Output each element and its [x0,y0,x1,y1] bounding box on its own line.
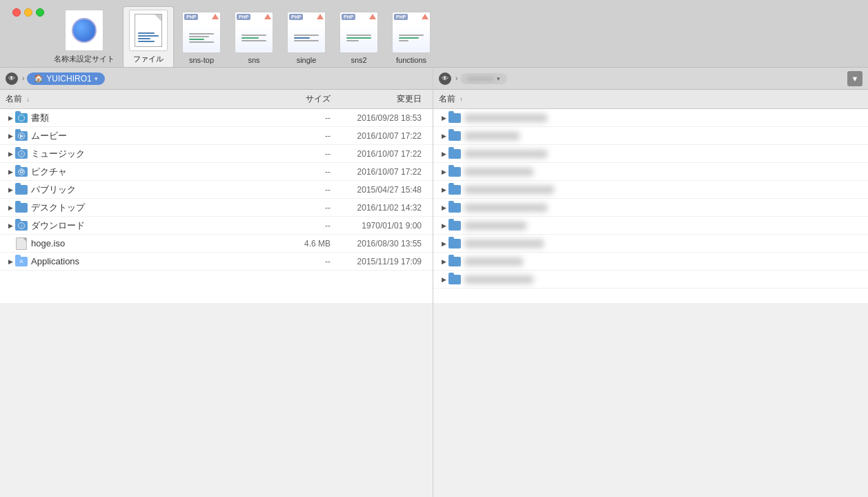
expand-arrow[interactable]: ▶ [439,221,448,231]
right-col-name-label: 名前 [439,94,455,104]
file-date: 2015/04/27 15:48 [331,185,427,195]
right-file-row[interactable]: ▶ [433,163,868,181]
blurred-filename [464,186,554,194]
right-breadcrumb-pill[interactable]: •••••••••• ▾ [460,73,507,84]
file-name: ピクチャ [31,166,275,178]
right-file-row[interactable]: ▶ [433,109,868,127]
file-row[interactable]: ▶ ♪ ミュージック -- 2016/10/07 17:22 [0,145,433,163]
tab-thumbnail-sns: PHP [235,12,273,53]
col-header-date[interactable]: 変更日 [331,93,427,105]
right-file-row[interactable]: ▶ [433,271,868,289]
file-size: -- [275,167,331,177]
right-file-row[interactable]: ▶ [433,127,868,145]
folder-icon [448,130,461,142]
maximize-button[interactable] [36,8,44,17]
file-size: -- [275,257,331,266]
expand-arrow[interactable]: ▶ [439,131,448,141]
right-file-row[interactable]: ▶ [433,199,868,217]
expand-arrow[interactable]: ▶ [6,185,15,195]
tab-bar: 名称未設定サイト ファイル PHP [0,0,868,68]
breadcrumb-section: › 🏠 YUICHIRO1 ▾ [22,72,427,85]
expand-arrow[interactable]: ▶ [6,131,15,141]
expand-arrow[interactable]: ▶ [439,275,448,284]
tab-label-sns2: sns2 [351,56,366,64]
blurred-filename [464,114,547,122]
right-file-row[interactable]: ▶ [433,217,868,235]
tab-label-sns-top: sns-top [189,56,214,64]
close-button[interactable] [12,8,21,17]
col-header-size[interactable]: サイズ [275,93,331,105]
file-row[interactable]: ▶ デスクトップ -- 2016/11/02 14:32 [0,199,433,217]
file-date: 1970/01/01 9:00 [331,221,427,231]
file-row[interactable]: ▶ ✿ ピクチャ -- 2016/10/07 17:22 [0,163,433,181]
tab-sns[interactable]: PHP sns [229,6,279,67]
expand-arrow[interactable]: ▶ [6,149,15,159]
php-badge: PHP [289,14,303,20]
right-pane-header: 👁 › •••••••••• ▾ ▼ [433,68,868,90]
file-thumbnail-icon [135,14,162,47]
expand-arrow[interactable]: ▶ [439,239,448,248]
file-row[interactable]: ▶ パブリック -- 2015/04/27 15:48 [0,181,433,199]
right-file-row[interactable]: ▶ [433,235,868,253]
tab-functions[interactable]: PHP functions [386,6,436,67]
left-pane-header: 👁 › 🏠 YUICHIRO1 ▾ [0,68,433,90]
expand-arrow[interactable]: ▶ [6,113,15,123]
folder-icon: ↓ [15,220,28,232]
expand-arrow[interactable]: ▶ [6,221,15,231]
file-date: 2016/10/07 17:22 [331,167,427,177]
tab-unnamed-site[interactable]: 名称未設定サイト [48,6,120,67]
folder-icon: ✿ [15,166,28,178]
chevron-down-icon: ▾ [95,75,98,82]
php-content [346,33,371,43]
blurred-filename [464,240,544,248]
sort-down-button[interactable]: ▼ [847,71,862,86]
sort-indicator: ↓ [26,96,30,103]
expand-arrow[interactable]: ▶ [439,113,448,123]
col-size-label: サイズ [306,94,331,104]
expand-arrow[interactable]: ▶ [6,257,15,266]
right-file-row[interactable]: ▶ [433,145,868,163]
right-toggle-button[interactable]: 👁 [439,72,451,85]
right-file-row[interactable]: ▶ [433,181,868,199]
blurred-filename [464,257,523,266]
right-chevron-down-icon: ▾ [497,75,500,82]
file-row[interactable]: ▶ ▶ ムービー -- 2016/10/07 17:22 [0,127,433,145]
right-breadcrumb-label: •••••••••• [467,75,494,83]
blurred-filename [464,150,547,158]
right-sort-indicator: ↑ [460,96,463,103]
folder-icon [15,184,28,196]
file-size: -- [275,185,331,195]
php-badge: PHP [394,14,408,20]
tab-thumbnail-sns-top: PHP [182,12,221,53]
expand-arrow[interactable]: ▶ [439,167,448,177]
expand-arrow[interactable]: ▶ [439,185,448,195]
minimize-button[interactable] [24,8,32,17]
expand-arrow[interactable]: ▶ [439,257,448,266]
left-toggle-button[interactable]: 👁 [6,72,18,85]
right-file-row[interactable]: ▶ [433,253,868,271]
expand-arrow[interactable]: ▶ [439,149,448,159]
folder-icon [448,166,461,178]
main-area: 👁 › 🏠 YUICHIRO1 ▾ 名前 ↓ サイズ 変更日 [0,68,868,497]
expand-arrow[interactable]: ▶ [439,203,448,213]
file-lines [138,32,159,43]
folder-icon [448,237,461,250]
breadcrumb-pill[interactable]: 🏠 YUICHIRO1 ▾ [27,72,104,85]
blurred-filename [464,168,533,176]
right-col-header-name[interactable]: 名前 ↑ [439,93,862,105]
tab-file[interactable]: ファイル [123,6,174,67]
tab-single[interactable]: PHP single [282,6,331,67]
expand-arrow[interactable]: ▶ [6,167,15,177]
col-header-name[interactable]: 名前 ↓ [6,93,275,105]
file-row-applications[interactable]: ▶ A Applications -- 2015/11/19 17:09 [0,253,433,271]
file-row[interactable]: ▶ ↓ ダウンロード -- 1970/01/01 9:00 [0,217,433,235]
tab-sns-top[interactable]: PHP sns-top [177,6,226,67]
file-line [138,35,159,37]
tab-sns2[interactable]: PHP sns2 [334,6,384,67]
file-row[interactable]: ▶ hoge.iso 4.6 MB 2016/08/30 13:55 [0,235,433,253]
traffic-lights [6,3,51,22]
file-row[interactable]: ▶ 書類 -- 2016/09/28 18:53 [0,109,433,127]
expand-arrow[interactable]: ▶ [6,203,15,213]
left-col-headers: 名前 ↓ サイズ 変更日 [0,90,433,109]
folder-icon [448,202,461,214]
